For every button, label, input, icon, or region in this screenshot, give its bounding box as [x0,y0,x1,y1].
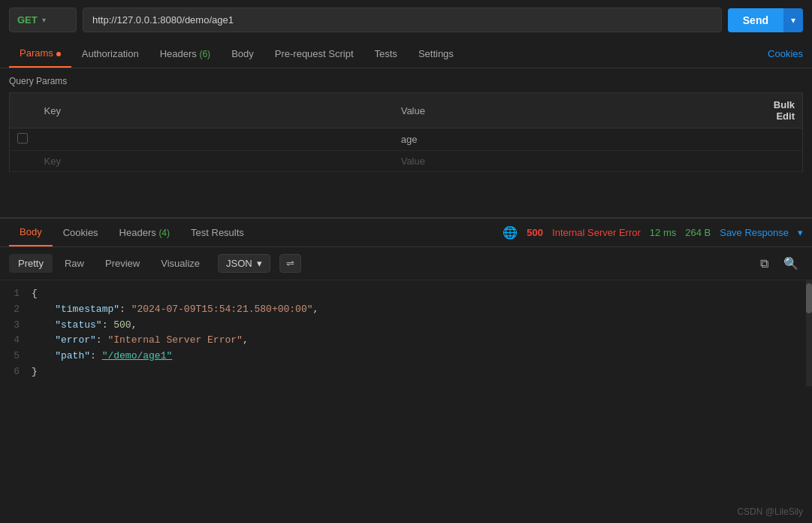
tab-pre-request[interactable]: Pre-request Script [264,41,364,67]
format-select-chevron: ▾ [257,258,262,269]
format-bar: Pretty Raw Preview Visualize JSON ▾ ⇌ ⧉ … [0,247,812,280]
headers-badge: (6) [199,49,210,59]
watermark: CSDN @LileSily [737,506,803,517]
filter-icon: ⇌ [286,258,294,269]
json-line-5: "path": "/demo/age1" [32,349,803,364]
response-status-bar: 🌐 500 Internal Server Error 12 ms 264 B … [503,225,803,240]
format-select-label: JSON [226,258,252,269]
tab-authorization[interactable]: Authorization [71,41,149,67]
json-line-3: "status": 500, [32,318,803,334]
query-params-section: Query Params Key Value Bulk Edit age [0,68,812,172]
top-bar: GET ▾ Send ▾ [0,0,812,40]
col-check-header [10,93,37,128]
row1-bulk-cell [750,128,803,151]
json-line-2: "timestamp": "2024-07-09T15:54:21.580+00… [32,302,803,318]
send-dropdown-button[interactable]: ▾ [783,8,803,32]
method-chevron-icon: ▾ [42,16,46,24]
method-select[interactable]: GET ▾ [9,8,77,32]
row2-key-cell[interactable]: Key [37,151,394,172]
response-size: 264 B [685,227,711,238]
copy-button[interactable]: ⧉ [756,254,773,274]
json-line-1: { [32,286,803,302]
cookies-link[interactable]: Cookies [768,48,803,59]
row1-key-cell[interactable] [37,128,394,151]
tab-body[interactable]: Body [221,41,264,67]
col-key-header: Key [37,93,394,128]
resp-headers-badge: (4) [158,228,170,238]
format-select[interactable]: JSON ▾ [218,254,270,273]
scrollbar-thumb[interactable] [806,283,812,313]
row1-value-cell: age [394,128,750,151]
resp-tab-headers[interactable]: Headers (4) [109,219,180,246]
tab-headers[interactable]: Headers (6) [149,41,221,67]
save-response-chevron[interactable]: ▾ [798,227,803,238]
json-line-6: } [32,364,803,380]
preview-button[interactable]: Preview [96,254,149,273]
globe-icon: 🌐 [503,225,518,240]
json-area: 1 2 3 4 5 6 { "timestamp": "2024-07-09T1… [0,280,812,386]
copy-icon: ⧉ [760,257,768,270]
row1-check-cell [10,128,37,151]
query-params-title: Query Params [9,76,803,86]
response-time: 12 ms [650,227,676,238]
table-row: Key Value [10,151,803,172]
send-button-group: Send ▾ [728,8,803,32]
params-dot [56,52,61,56]
row2-bulk-cell [750,151,803,172]
json-content: { "timestamp": "2024-07-09T15:54:21.580+… [32,286,803,380]
tab-params[interactable]: Params [9,40,71,68]
method-label: GET [17,14,38,26]
resp-tab-test-results[interactable]: Test Results [180,219,255,246]
search-button[interactable]: 🔍 [779,253,803,274]
status-text: Internal Server Error [552,227,641,238]
search-icon: 🔍 [783,257,798,270]
json-line-4: "error": "Internal Server Error", [32,333,803,349]
pretty-button[interactable]: Pretty [9,254,53,273]
visualize-button[interactable]: Visualize [152,254,209,273]
request-tabs-row: Params Authorization Headers (6) Body Pr… [0,40,812,68]
filter-icon-button[interactable]: ⇌ [279,254,301,273]
url-input[interactable] [83,8,722,32]
response-tabs-row: Body Cookies Headers (4) Test Results 🌐 … [0,219,812,247]
response-section: Body Cookies Headers (4) Test Results 🌐 … [0,217,812,386]
row1-checkbox[interactable] [17,133,28,144]
table-row: age [10,128,803,151]
send-button[interactable]: Send [728,8,783,32]
col-value-header: Value [394,93,750,128]
resp-tab-body[interactable]: Body [9,219,53,246]
status-code: 500 [527,227,543,238]
save-response-button[interactable]: Save Response [720,227,789,238]
tab-settings[interactable]: Settings [408,41,464,67]
tab-tests[interactable]: Tests [364,41,408,67]
params-table: Key Value Bulk Edit age Key Valu [9,92,803,172]
line-numbers: 1 2 3 4 5 6 [9,286,32,380]
raw-button[interactable]: Raw [56,254,93,273]
row2-check-cell [10,151,37,172]
scrollbar-track [806,280,812,386]
row2-value-cell[interactable]: Value [394,151,750,172]
resp-tab-cookies[interactable]: Cookies [53,219,109,246]
col-bulk-header[interactable]: Bulk Edit [750,93,803,128]
